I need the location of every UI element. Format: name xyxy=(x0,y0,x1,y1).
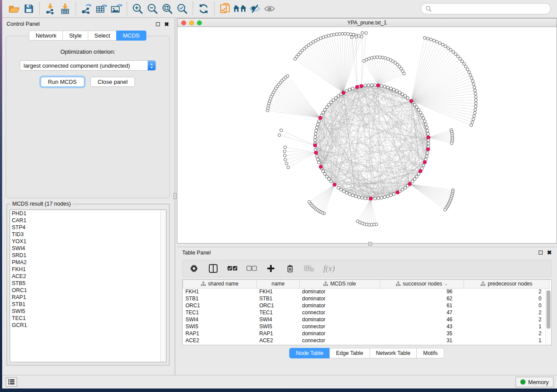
mcds-result-item[interactable]: FKH1 xyxy=(10,266,166,273)
search-icon xyxy=(426,6,432,12)
show-columns-icon[interactable] xyxy=(208,263,218,274)
shared-column-icon xyxy=(481,282,485,286)
network-title: YPA_prune.txt_1 xyxy=(177,20,557,26)
optimization-criterion-select[interactable]: largest connected component (undirected)… xyxy=(20,60,156,71)
delete-column-icon[interactable] xyxy=(285,263,295,274)
export-table-button[interactable] xyxy=(94,2,109,16)
zoom-in-button[interactable] xyxy=(130,2,145,16)
mcds-result-item[interactable]: ORC1 xyxy=(10,287,166,294)
close-table-panel-icon[interactable]: ✖ xyxy=(547,251,552,254)
delete-table-icon xyxy=(304,263,315,274)
tab-mcds[interactable]: MCDS xyxy=(116,31,146,41)
zoom-fit-button[interactable] xyxy=(160,2,175,16)
export-network-button[interactable] xyxy=(79,2,94,16)
float-panel-icon[interactable] xyxy=(156,22,160,26)
add-column-icon[interactable] xyxy=(266,263,276,274)
tab-motifs[interactable]: Motifs xyxy=(416,348,444,358)
mcds-result-item[interactable]: STB5 xyxy=(10,280,166,287)
column-header[interactable]: MCDS role xyxy=(300,280,380,288)
toolbar-separator xyxy=(39,2,40,15)
houses-icon xyxy=(233,4,247,14)
tab-select[interactable]: Select xyxy=(88,31,117,41)
mcds-result-item[interactable]: PHD1 xyxy=(10,210,166,217)
table-row[interactable]: FKH1FKH1dominator962 xyxy=(183,288,550,295)
gear-icon[interactable] xyxy=(189,263,199,274)
mcds-list-scrollbar[interactable] xyxy=(160,210,166,362)
float-table-panel-icon[interactable] xyxy=(539,251,543,254)
mcds-result-item[interactable]: SWI4 xyxy=(10,245,166,252)
table-scrollbar-thumb[interactable] xyxy=(547,290,550,329)
select-all-icon[interactable] xyxy=(227,263,238,274)
import-network-icon xyxy=(45,3,55,14)
mcds-result-item[interactable]: ACE2 xyxy=(10,273,166,280)
deselect-all-icon[interactable] xyxy=(246,263,257,274)
table-row[interactable]: STB1STB1dominator620 xyxy=(183,295,550,302)
search-box[interactable] xyxy=(421,3,551,14)
run-mcds-button[interactable]: Run MCDS xyxy=(41,77,84,87)
import-table-button[interactable] xyxy=(58,2,73,16)
close-panel-button[interactable]: Close panel xyxy=(90,77,135,87)
zoom-selected-button[interactable] xyxy=(175,2,190,16)
mcds-result-item[interactable]: SWI5 xyxy=(10,308,166,315)
zoom-fit-icon xyxy=(162,3,173,14)
table-row[interactable]: TEC1TEC1connector472 xyxy=(183,309,550,316)
clone-network-button[interactable] xyxy=(218,2,232,16)
column-header[interactable]: name xyxy=(257,280,300,288)
mcds-result-item[interactable]: STP4 xyxy=(10,224,166,231)
mcds-result-item[interactable]: RAP1 xyxy=(10,294,166,301)
horizontal-splitter-grip[interactable] xyxy=(368,242,372,246)
open-folder-icon xyxy=(8,4,20,14)
close-panel-icon[interactable]: ✖ xyxy=(164,22,169,26)
save-session-button[interactable] xyxy=(21,2,36,16)
node-table[interactable]: shared namenameMCDS rolesuccessor nodes⌄… xyxy=(182,279,552,345)
table-body: FKH1FKH1dominator962STB1STB1dominator620… xyxy=(183,288,550,345)
refresh-button[interactable] xyxy=(196,2,211,16)
tab-node-table[interactable]: Node Table xyxy=(289,348,330,358)
mcds-result-item[interactable]: PMA2 xyxy=(10,259,166,266)
mcds-result-item[interactable]: SRD1 xyxy=(10,252,166,259)
table-scrollbar[interactable] xyxy=(545,289,551,344)
mcds-result-item[interactable]: GCR1 xyxy=(10,322,166,329)
table-row[interactable]: SWI5SWI5connector431 xyxy=(183,323,550,330)
selected-option-label: largest connected component (undirected) xyxy=(24,62,130,69)
network-graph xyxy=(177,27,557,243)
open-file-button[interactable] xyxy=(7,2,21,16)
mcds-result-item[interactable]: TEC1 xyxy=(10,315,166,322)
clone-network-icon xyxy=(219,3,231,15)
status-bar: Memory xyxy=(2,375,557,389)
table-row[interactable]: ACE2ACE2connector311 xyxy=(183,337,550,344)
show-all-button[interactable] xyxy=(262,2,277,16)
zoom-out-button[interactable] xyxy=(145,2,160,16)
column-header[interactable]: shared name xyxy=(183,280,257,288)
network-canvas[interactable] xyxy=(177,27,557,243)
table-row[interactable]: ORC1ORC1dominator610 xyxy=(183,302,550,309)
tab-network[interactable]: Network xyxy=(29,31,63,41)
hide-selected-button[interactable] xyxy=(247,2,262,16)
import-network-button[interactable] xyxy=(43,2,58,16)
network-titlebar[interactable]: YPA_prune.txt_1 xyxy=(177,19,557,27)
vertical-splitter[interactable] xyxy=(173,18,177,375)
mcds-result-item[interactable]: TID3 xyxy=(10,231,166,238)
mcds-result-list[interactable]: PHD1CAR1STP4TID3YOX1SWI4SRD1PMA2FKH1ACE2… xyxy=(10,210,166,362)
tab-edge-table[interactable]: Edge Table xyxy=(329,348,370,358)
memory-button[interactable]: Memory xyxy=(515,377,554,387)
table-row[interactable]: SWI4SWI4dominator462 xyxy=(183,316,550,323)
mcds-result-item[interactable]: YOX1 xyxy=(10,238,166,245)
tab-style[interactable]: Style xyxy=(62,31,88,41)
mcds-result-item[interactable]: CAR1 xyxy=(10,217,166,224)
table-panel: Table Panel ✖ xyxy=(177,247,557,375)
first-neighbors-button[interactable] xyxy=(232,2,247,16)
mcds-result-item[interactable]: STB1 xyxy=(10,301,166,308)
tab-network-table[interactable]: Network Table xyxy=(370,348,417,358)
table-row[interactable]: RAP1RAP1dominator352 xyxy=(183,330,550,337)
task-history-button[interactable] xyxy=(6,377,17,387)
mcds-result-items: PHD1CAR1STP4TID3YOX1SWI4SRD1PMA2FKH1ACE2… xyxy=(10,210,166,329)
table-row[interactable]: YOX1YOX1connector291 xyxy=(183,344,550,345)
refresh-icon xyxy=(198,3,209,14)
export-image-button[interactable] xyxy=(109,2,124,16)
search-input[interactable] xyxy=(434,6,546,12)
splitter-grip[interactable] xyxy=(173,193,176,199)
app-window: Control Panel ✖ Network Style Select MCD… xyxy=(2,0,557,389)
column-header[interactable]: successor nodes⌄ xyxy=(380,280,464,288)
column-header[interactable]: predecessor nodes xyxy=(464,280,550,288)
